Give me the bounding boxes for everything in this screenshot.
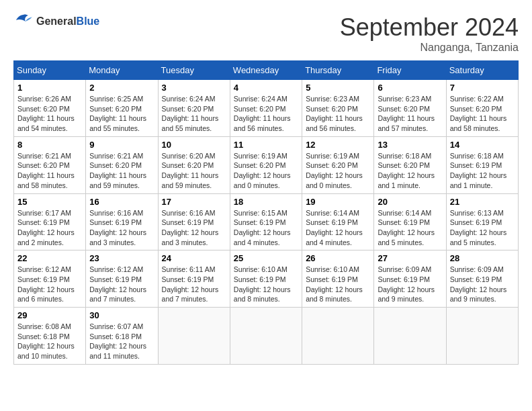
day-info: Sunrise: 6:14 AM Sunset: 6:19 PM Dayligh…: [378, 208, 442, 248]
calendar-day-cell: 28Sunrise: 6:09 AM Sunset: 6:19 PM Dayli…: [446, 250, 518, 308]
day-number: 15: [17, 197, 82, 207]
day-number: 13: [378, 140, 442, 150]
calendar-day-cell: [158, 308, 230, 365]
day-number: 11: [234, 140, 298, 150]
day-number: 21: [450, 197, 515, 207]
day-info: Sunrise: 6:18 AM Sunset: 6:19 PM Dayligh…: [450, 151, 515, 191]
calendar-day-cell: 14Sunrise: 6:18 AM Sunset: 6:19 PM Dayli…: [446, 136, 518, 193]
calendar-day-cell: [230, 308, 302, 365]
day-number: 3: [162, 83, 226, 93]
calendar-day-cell: 5Sunrise: 6:23 AM Sunset: 6:20 PM Daylig…: [302, 80, 374, 137]
calendar-day-cell: 25Sunrise: 6:10 AM Sunset: 6:19 PM Dayli…: [230, 250, 302, 308]
day-info: Sunrise: 6:09 AM Sunset: 6:19 PM Dayligh…: [450, 265, 515, 304]
calendar-day-cell: [446, 308, 518, 365]
day-info: Sunrise: 6:07 AM Sunset: 6:18 PM Dayligh…: [89, 322, 154, 361]
calendar-day-cell: 26Sunrise: 6:10 AM Sunset: 6:19 PM Dayli…: [302, 250, 374, 308]
day-number: 8: [17, 140, 82, 150]
calendar-day-cell: 3Sunrise: 6:24 AM Sunset: 6:20 PM Daylig…: [158, 80, 230, 137]
day-info: Sunrise: 6:23 AM Sunset: 6:20 PM Dayligh…: [378, 94, 442, 134]
calendar-day-cell: 10Sunrise: 6:20 AM Sunset: 6:20 PM Dayli…: [158, 136, 230, 193]
weekday-header-tuesday: Tuesday: [158, 61, 230, 80]
day-number: 4: [234, 83, 298, 93]
day-number: 6: [378, 83, 442, 93]
calendar-day-cell: [302, 308, 374, 365]
day-info: Sunrise: 6:24 AM Sunset: 6:20 PM Dayligh…: [162, 94, 226, 134]
day-number: 1: [17, 83, 82, 93]
logo-icon: [13, 13, 34, 30]
title-section: September 2024 Nanganga, Tanzania: [340, 13, 519, 54]
calendar-day-cell: 16Sunrise: 6:16 AM Sunset: 6:19 PM Dayli…: [86, 193, 158, 250]
day-info: Sunrise: 6:12 AM Sunset: 6:19 PM Dayligh…: [17, 265, 82, 304]
weekday-header-wednesday: Wednesday: [230, 61, 302, 80]
day-number: 9: [89, 140, 154, 150]
day-info: Sunrise: 6:23 AM Sunset: 6:20 PM Dayligh…: [306, 94, 370, 134]
calendar-week-row: 8Sunrise: 6:21 AM Sunset: 6:20 PM Daylig…: [14, 136, 519, 193]
day-info: Sunrise: 6:16 AM Sunset: 6:19 PM Dayligh…: [162, 208, 226, 248]
logo-text: GeneralBlue: [36, 15, 99, 28]
day-info: Sunrise: 6:17 AM Sunset: 6:19 PM Dayligh…: [17, 208, 82, 248]
weekday-header-thursday: Thursday: [302, 61, 374, 80]
calendar-week-row: 29Sunrise: 6:08 AM Sunset: 6:18 PM Dayli…: [14, 308, 519, 365]
day-number: 22: [17, 253, 82, 263]
day-number: 26: [306, 253, 370, 263]
day-info: Sunrise: 6:21 AM Sunset: 6:20 PM Dayligh…: [89, 151, 154, 191]
calendar-day-cell: 11Sunrise: 6:19 AM Sunset: 6:20 PM Dayli…: [230, 136, 302, 193]
calendar-week-row: 1Sunrise: 6:26 AM Sunset: 6:20 PM Daylig…: [14, 80, 519, 137]
day-info: Sunrise: 6:19 AM Sunset: 6:20 PM Dayligh…: [234, 151, 298, 191]
calendar: SundayMondayTuesdayWednesdayThursdayFrid…: [13, 60, 519, 365]
day-info: Sunrise: 6:10 AM Sunset: 6:19 PM Dayligh…: [306, 265, 370, 304]
header: GeneralBlue September 2024 Nanganga, Tan…: [13, 13, 519, 54]
day-info: Sunrise: 6:09 AM Sunset: 6:19 PM Dayligh…: [378, 265, 442, 304]
calendar-day-cell: 1Sunrise: 6:26 AM Sunset: 6:20 PM Daylig…: [14, 80, 86, 137]
calendar-day-cell: 20Sunrise: 6:14 AM Sunset: 6:19 PM Dayli…: [374, 193, 446, 250]
calendar-header-row: SundayMondayTuesdayWednesdayThursdayFrid…: [14, 61, 519, 80]
day-info: Sunrise: 6:20 AM Sunset: 6:20 PM Dayligh…: [162, 151, 226, 191]
day-number: 24: [162, 253, 226, 263]
calendar-day-cell: 19Sunrise: 6:14 AM Sunset: 6:19 PM Dayli…: [302, 193, 374, 250]
day-number: 16: [89, 197, 154, 207]
day-info: Sunrise: 6:22 AM Sunset: 6:20 PM Dayligh…: [450, 94, 515, 134]
calendar-week-row: 15Sunrise: 6:17 AM Sunset: 6:19 PM Dayli…: [14, 193, 519, 250]
calendar-day-cell: 22Sunrise: 6:12 AM Sunset: 6:19 PM Dayli…: [14, 250, 86, 308]
day-number: 28: [450, 253, 515, 263]
day-number: 23: [89, 253, 154, 263]
day-number: 27: [378, 253, 442, 263]
day-info: Sunrise: 6:25 AM Sunset: 6:20 PM Dayligh…: [89, 94, 154, 134]
day-number: 5: [306, 83, 370, 93]
day-info: Sunrise: 6:12 AM Sunset: 6:19 PM Dayligh…: [89, 265, 154, 304]
day-info: Sunrise: 6:13 AM Sunset: 6:19 PM Dayligh…: [450, 208, 515, 248]
day-info: Sunrise: 6:24 AM Sunset: 6:20 PM Dayligh…: [234, 94, 298, 134]
day-number: 25: [234, 253, 298, 263]
calendar-day-cell: 18Sunrise: 6:15 AM Sunset: 6:19 PM Dayli…: [230, 193, 302, 250]
day-info: Sunrise: 6:15 AM Sunset: 6:19 PM Dayligh…: [234, 208, 298, 248]
day-number: 19: [306, 197, 370, 207]
calendar-day-cell: 9Sunrise: 6:21 AM Sunset: 6:20 PM Daylig…: [86, 136, 158, 193]
calendar-day-cell: 29Sunrise: 6:08 AM Sunset: 6:18 PM Dayli…: [14, 308, 86, 365]
day-number: 20: [378, 197, 442, 207]
day-info: Sunrise: 6:14 AM Sunset: 6:19 PM Dayligh…: [306, 208, 370, 248]
day-info: Sunrise: 6:10 AM Sunset: 6:19 PM Dayligh…: [234, 265, 298, 304]
calendar-day-cell: [374, 308, 446, 365]
calendar-day-cell: 27Sunrise: 6:09 AM Sunset: 6:19 PM Dayli…: [374, 250, 446, 308]
calendar-day-cell: 13Sunrise: 6:18 AM Sunset: 6:20 PM Dayli…: [374, 136, 446, 193]
logo: GeneralBlue: [13, 13, 99, 30]
calendar-day-cell: 21Sunrise: 6:13 AM Sunset: 6:19 PM Dayli…: [446, 193, 518, 250]
month-title: September 2024: [340, 13, 519, 42]
day-info: Sunrise: 6:18 AM Sunset: 6:20 PM Dayligh…: [378, 151, 442, 191]
day-info: Sunrise: 6:26 AM Sunset: 6:20 PM Dayligh…: [17, 94, 82, 134]
calendar-day-cell: 4Sunrise: 6:24 AM Sunset: 6:20 PM Daylig…: [230, 80, 302, 137]
calendar-day-cell: 23Sunrise: 6:12 AM Sunset: 6:19 PM Dayli…: [86, 250, 158, 308]
day-number: 14: [450, 140, 515, 150]
day-number: 17: [162, 197, 226, 207]
day-number: 30: [89, 310, 154, 320]
day-info: Sunrise: 6:08 AM Sunset: 6:18 PM Dayligh…: [17, 322, 82, 361]
calendar-day-cell: 24Sunrise: 6:11 AM Sunset: 6:19 PM Dayli…: [158, 250, 230, 308]
calendar-day-cell: 7Sunrise: 6:22 AM Sunset: 6:20 PM Daylig…: [446, 80, 518, 137]
location-title: Nanganga, Tanzania: [340, 42, 519, 54]
calendar-day-cell: 6Sunrise: 6:23 AM Sunset: 6:20 PM Daylig…: [374, 80, 446, 137]
weekday-header-sunday: Sunday: [14, 61, 86, 80]
weekday-header-saturday: Saturday: [446, 61, 518, 80]
calendar-day-cell: 17Sunrise: 6:16 AM Sunset: 6:19 PM Dayli…: [158, 193, 230, 250]
day-number: 7: [450, 83, 515, 93]
day-info: Sunrise: 6:19 AM Sunset: 6:20 PM Dayligh…: [306, 151, 370, 191]
